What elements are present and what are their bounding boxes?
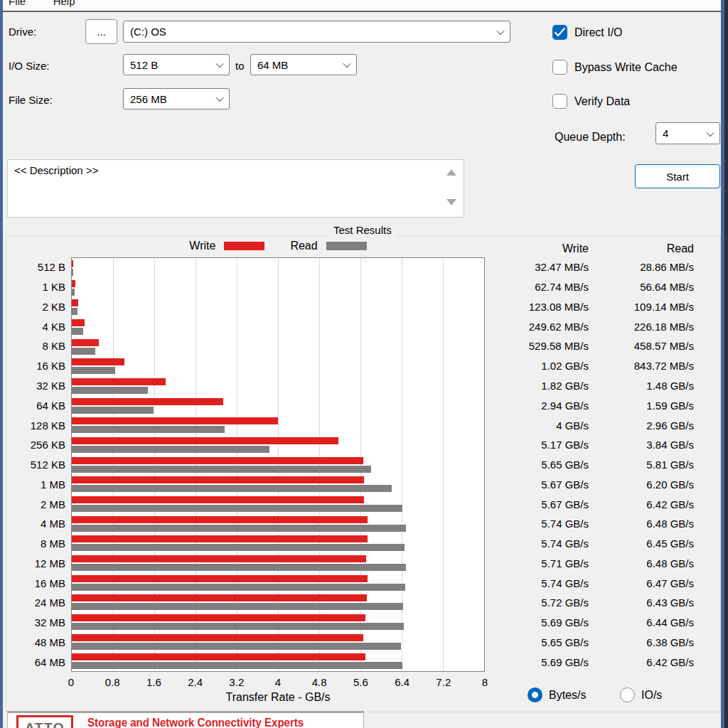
- direct-io-checkbox-row[interactable]: Direct I/O: [552, 25, 623, 40]
- results-row: 5.17 GB/s3.84 GB/s: [489, 435, 695, 455]
- x-tick-label: 4.8: [312, 676, 327, 688]
- read-bar: [72, 623, 404, 630]
- browse-drive-button[interactable]: ...: [85, 19, 117, 44]
- read-bar: [72, 348, 95, 355]
- bytes-per-sec-radio[interactable]: [528, 687, 542, 702]
- to-label: to: [235, 60, 245, 72]
- write-value: 5.74 GB/s: [489, 518, 589, 530]
- direct-io-label: Direct I/O: [574, 26, 623, 39]
- write-value: 2.94 GB/s: [489, 400, 589, 412]
- results-row: 4 GB/s2.96 GB/s: [489, 415, 695, 435]
- io-size-to-select[interactable]: 64 MB: [250, 54, 357, 75]
- category-label: 2 MB: [0, 494, 65, 514]
- read-swatch-icon: [326, 242, 367, 250]
- read-bar: [72, 544, 405, 551]
- results-row: 1.02 GB/s843.72 MB/s: [489, 356, 695, 376]
- read-bar: [72, 466, 371, 473]
- write-value: 5.65 GB/s: [489, 459, 589, 471]
- write-value: 5.69 GB/s: [489, 616, 589, 628]
- description-box[interactable]: << Description >>: [7, 159, 464, 218]
- read-bar: [72, 643, 401, 650]
- drive-select[interactable]: (C:) OS: [123, 21, 510, 43]
- category-label: 4 MB: [0, 514, 65, 534]
- category-label: 48 MB: [0, 633, 65, 653]
- file-size-select[interactable]: 256 MB: [123, 88, 230, 109]
- read-value: 6.48 GB/s: [589, 518, 694, 530]
- chevron-down-icon: [496, 26, 504, 34]
- write-bar: [72, 575, 368, 582]
- chevron-down-icon: [215, 60, 223, 68]
- write-value: 4 GB/s: [489, 419, 589, 432]
- scroll-down-icon[interactable]: [446, 199, 456, 205]
- read-value: 6.47 GB/s: [589, 577, 694, 589]
- window-left-border: [0, 0, 3, 728]
- read-bar: [72, 269, 73, 276]
- io-per-sec-radio[interactable]: [620, 687, 635, 702]
- chart-row: [72, 455, 484, 475]
- write-bar: [72, 457, 363, 464]
- results-row: 5.71 GB/s6.48 GB/s: [489, 553, 695, 573]
- write-swatch-icon: [224, 242, 264, 250]
- bypass-write-cache-checkbox[interactable]: [552, 60, 567, 75]
- read-value: 6.44 GB/s: [589, 616, 694, 628]
- x-tick-label: 7.2: [436, 676, 451, 688]
- direct-io-checkbox[interactable]: [552, 25, 567, 40]
- queue-depth-value: 4: [663, 127, 668, 139]
- read-value: 3.84 GB/s: [589, 439, 694, 451]
- results-row: 5.74 GB/s6.45 GB/s: [489, 534, 695, 554]
- read-bar: [72, 603, 403, 610]
- chart-x-ticks: 00.81.62.43.244.85.66.47.28: [71, 676, 485, 689]
- chart-row: [72, 297, 484, 317]
- read-value: 6.42 GB/s: [589, 498, 694, 510]
- read-value: 458.57 MB/s: [589, 340, 694, 352]
- read-value: 6.43 GB/s: [589, 596, 694, 609]
- category-label: 8 KB: [0, 336, 65, 356]
- results-row: 2.94 GB/s1.59 GB/s: [489, 395, 695, 415]
- start-button[interactable]: Start: [635, 164, 720, 188]
- chart-row: [72, 514, 484, 534]
- results-row: 62.74 MB/s56.64 MB/s: [489, 277, 695, 297]
- chart-categories: 512 B1 KB2 KB4 KB8 KB16 KB32 KB64 KB128 …: [0, 257, 65, 672]
- menu-help[interactable]: Help: [53, 0, 75, 7]
- write-bar: [72, 417, 278, 424]
- results-row: 5.74 GB/s6.48 GB/s: [489, 514, 695, 534]
- io-per-sec-label: IO/s: [641, 689, 662, 702]
- verify-data-checkbox[interactable]: [552, 94, 567, 109]
- file-size-label: File Size:: [9, 94, 53, 106]
- write-column-header: Write: [489, 242, 589, 257]
- read-value: 28.86 MB/s: [589, 261, 694, 273]
- queue-depth-select[interactable]: 4: [655, 122, 720, 144]
- chevron-down-icon: [706, 128, 714, 136]
- category-label: 256 KB: [0, 435, 65, 455]
- menu-file[interactable]: File: [9, 0, 26, 7]
- read-value: 226.18 MB/s: [589, 321, 694, 333]
- chart-row: [72, 533, 484, 553]
- chart-row: [72, 337, 484, 357]
- scroll-up-icon[interactable]: [446, 169, 456, 176]
- category-label: 8 MB: [0, 534, 65, 554]
- chart-row: [72, 317, 484, 337]
- read-bar: [72, 662, 402, 669]
- write-value: 5.71 GB/s: [489, 557, 589, 569]
- read-bar: [72, 407, 154, 414]
- menu-bar: File Help: [0, 0, 728, 11]
- chart-row: [72, 612, 484, 632]
- write-bar: [72, 378, 166, 385]
- io-size-from-select[interactable]: 512 B: [123, 54, 230, 75]
- drive-value: (C:) OS: [130, 26, 166, 38]
- results-table-headers: Write Read: [489, 242, 695, 257]
- write-bar: [72, 535, 368, 542]
- write-value: 5.17 GB/s: [489, 439, 589, 451]
- chart-x-axis-label: Transfer Rate - GB/s: [71, 691, 485, 704]
- write-value: 5.67 GB/s: [489, 498, 589, 510]
- unit-ios-radio-row[interactable]: IO/s: [620, 687, 662, 702]
- write-bar: [72, 299, 78, 306]
- chart-row: [72, 632, 484, 652]
- verify-data-checkbox-row[interactable]: Verify Data: [552, 94, 630, 109]
- write-value: 5.65 GB/s: [489, 636, 589, 648]
- bytes-per-sec-label: Bytes/s: [549, 689, 586, 702]
- unit-bytes-radio-row[interactable]: Bytes/s: [528, 687, 586, 702]
- bypass-write-cache-checkbox-row[interactable]: Bypass Write Cache: [552, 60, 678, 75]
- write-bar: [72, 496, 364, 503]
- chart-plot: [71, 257, 485, 672]
